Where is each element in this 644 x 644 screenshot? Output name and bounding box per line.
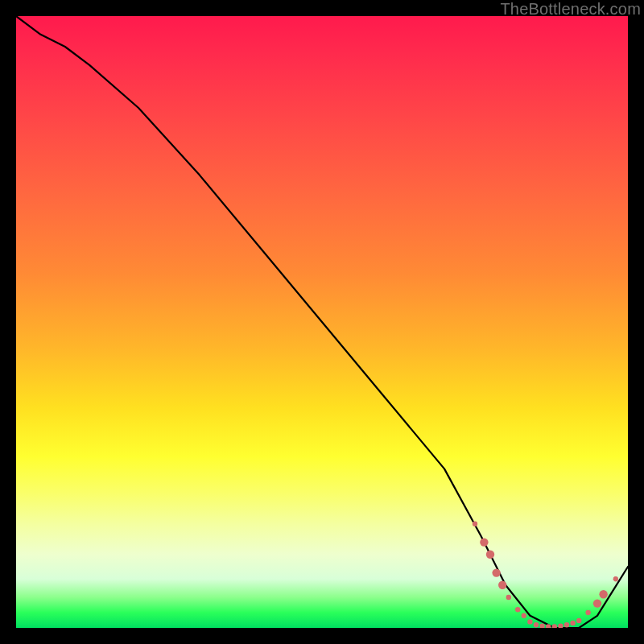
chart-svg [16, 16, 628, 628]
marker-dot [593, 599, 601, 607]
marker-dot [486, 551, 494, 559]
marker-dot [506, 595, 511, 600]
marker-dot [522, 613, 526, 618]
marker-dot [564, 622, 569, 627]
marker-dot [558, 624, 563, 628]
chart-curve [16, 16, 628, 628]
marker-dot [480, 538, 488, 546]
marker-dot [613, 576, 618, 581]
marker-dot [585, 610, 590, 615]
marker-dot [539, 624, 544, 628]
plot-area [16, 16, 628, 628]
marker-dot [527, 619, 532, 624]
marker-dot [473, 522, 477, 526]
chart-stage: TheBottleneck.com [0, 0, 644, 644]
marker-dot [498, 581, 506, 589]
marker-dot [534, 622, 539, 627]
marker-dot [599, 590, 607, 598]
marker-dot [576, 618, 581, 623]
marker-dot [492, 568, 500, 576]
marker-dot [570, 621, 575, 625]
marker-group [473, 522, 618, 628]
marker-dot [552, 624, 557, 628]
marker-dot [515, 607, 520, 612]
